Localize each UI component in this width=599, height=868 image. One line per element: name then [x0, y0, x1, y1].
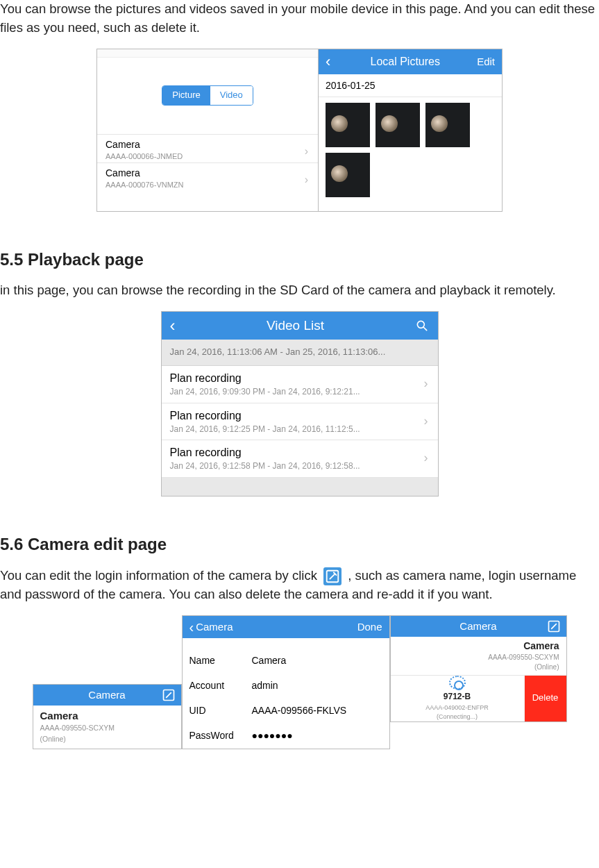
thumbnail-grid [319, 97, 502, 203]
status-bar [97, 49, 318, 58]
recording-title: Plan recording [170, 408, 430, 424]
name-field[interactable]: Camera [252, 653, 287, 667]
figure-local-pictures: Picture Video Camera AAAA-000066-JNMED ›… [0, 49, 599, 212]
nav-bar: ‹ Local Pictures Edit [319, 49, 502, 74]
back-button[interactable]: ‹ [326, 54, 333, 69]
chevron-right-icon: › [424, 449, 428, 467]
nav-bar: ‹ Video List [162, 312, 438, 340]
segmented-control-bar: Picture Video [97, 58, 318, 134]
camera-uid: AAAA-049002-ENFPR [425, 703, 489, 712]
camera-status: (Online) [40, 734, 174, 744]
camera-row[interactable]: Camera AAAA-099550-SCXYM (Online) [391, 637, 566, 676]
phone-camera-card: Camera Camera AAAA-099550-SCXYM (Online) [33, 684, 182, 749]
edit-icon [323, 567, 341, 585]
segment-video[interactable]: Video [210, 86, 253, 105]
camera-row-swiped[interactable]: 9712-B AAAA-049002-ENFPR (Connecting...)… [391, 676, 566, 721]
form-row-account[interactable]: Account admin [183, 673, 389, 698]
recording-time-range: Jan 24, 2016, 9:12:58 PM - Jan 24, 2016,… [170, 460, 430, 472]
recording-title: Plan recording [170, 444, 430, 460]
chevron-right-icon: › [305, 143, 308, 159]
camera-status: (Online) [398, 662, 559, 673]
text-camera-edit-page: You can edit the login information of th… [0, 567, 599, 604]
form-row-password[interactable]: PassWord ●●●●●●● [183, 723, 389, 748]
picture-thumbnail[interactable] [326, 103, 370, 147]
chevron-left-icon: ‹ [326, 54, 330, 69]
camera-row[interactable]: Camera AAAA-099550-SCXYM (Online) [33, 706, 181, 749]
back-button[interactable]: ‹ [170, 317, 176, 334]
field-label: Name [189, 653, 252, 667]
segment-picture[interactable]: Picture [162, 86, 210, 105]
phone-camera-edit-form: ‹ Camera Done Name Camera Account admin … [182, 615, 390, 749]
done-button[interactable]: Done [357, 619, 382, 635]
recording-row[interactable]: Plan recording Jan 24, 2016, 9:09:30 PM … [162, 366, 438, 403]
edit-icon[interactable] [547, 619, 561, 633]
back-button[interactable]: ‹ Camera [189, 619, 233, 635]
phone-picture-video-list: Picture Video Camera AAAA-000066-JNMED ›… [96, 49, 319, 212]
camera-name: Camera [398, 639, 559, 653]
recording-title: Plan recording [170, 370, 430, 386]
nav-bar: ‹ Camera Done [183, 616, 389, 638]
camera-name: 9712-B [444, 691, 471, 703]
camera-row[interactable]: Camera AAAA-000066-JNMED › [97, 134, 318, 162]
recording-time-range: Jan 24, 2016, 9:12:25 PM - Jan 24, 2016,… [170, 424, 430, 435]
page-title: Video List [267, 316, 324, 335]
search-icon[interactable] [415, 319, 429, 333]
field-label: Account [189, 678, 252, 692]
recording-row[interactable]: Plan recording Jan 24, 2016, 9:12:25 PM … [162, 403, 438, 441]
page-title: Local Pictures [370, 53, 440, 69]
intro-text: You can browse the pictures and videos s… [0, 0, 599, 37]
delete-button[interactable]: Delete [525, 676, 566, 721]
chevron-left-icon: ‹ [189, 620, 194, 634]
edit-icon[interactable] [162, 688, 176, 702]
camera-row[interactable]: Camera AAAA-000076-VNMZN › [97, 162, 318, 191]
camera-uid: AAAA-099550-SCXYM [398, 653, 559, 663]
camera-name: Camera [106, 137, 310, 151]
text-before-icon: You can edit the login information of th… [0, 568, 321, 583]
chevron-right-icon: › [424, 374, 428, 392]
date-header: 2016-01-25 [319, 74, 502, 97]
figure-camera-edit: Camera Camera AAAA-099550-SCXYM (Online)… [0, 615, 599, 749]
camera-uid: AAAA-099550-SCXYM [40, 723, 174, 733]
back-label: Camera [196, 619, 233, 635]
camera-name: Camera [40, 708, 174, 724]
password-field[interactable]: ●●●●●●● [252, 728, 293, 742]
svg-point-0 [418, 322, 425, 328]
camera-uid: AAAA-000076-VNMZN [106, 180, 310, 191]
phone-video-list: ‹ Video List Jan 24, 2016, 11:13:06 AM -… [161, 311, 439, 496]
recording-time-range: Jan 24, 2016, 9:09:30 PM - Jan 24, 2016,… [170, 386, 430, 398]
empty-space [162, 478, 438, 496]
camera-name: Camera [106, 166, 310, 180]
uid-field[interactable]: AAAA-099566-FKLVS [252, 703, 347, 717]
segmented-control[interactable]: Picture Video [162, 85, 253, 106]
picture-thumbnail[interactable] [376, 103, 420, 147]
nav-bar: Camera [391, 616, 566, 637]
page-title: Camera [459, 619, 496, 634]
figure-video-list: ‹ Video List Jan 24, 2016, 11:13:06 AM -… [0, 311, 599, 496]
chevron-right-icon: › [424, 412, 428, 430]
edit-button[interactable]: Edit [477, 54, 495, 69]
picture-thumbnail[interactable] [326, 153, 370, 197]
date-range-header: Jan 24, 2016, 11:13:06 AM - Jan 25, 2016… [162, 340, 438, 366]
recording-row[interactable]: Plan recording Jan 24, 2016, 9:12:58 PM … [162, 440, 438, 478]
camera-uid: AAAA-000066-JNMED [106, 151, 310, 162]
camera-row-content[interactable]: 9712-B AAAA-049002-ENFPR (Connecting...) [391, 676, 525, 721]
form-row-uid[interactable]: UID AAAA-099566-FKLVS [183, 698, 389, 723]
account-field[interactable]: admin [252, 678, 278, 692]
form-row-name[interactable]: Name Camera [183, 648, 389, 673]
heading-camera-edit-page: 5.6 Camera edit page [0, 533, 599, 557]
heading-playback-page: 5.5 Playback page [0, 248, 599, 272]
text-playback-page: in this page, you can browse the recordi… [0, 281, 599, 300]
gear-icon [449, 676, 466, 690]
phone-camera-card-swiped: Camera Camera AAAA-099550-SCXYM (Online)… [390, 615, 567, 722]
svg-line-1 [424, 328, 427, 331]
nav-bar: Camera [33, 685, 181, 706]
field-label: UID [189, 703, 252, 717]
chevron-right-icon: › [305, 172, 308, 187]
camera-status: (Connecting...) [437, 712, 478, 721]
picture-thumbnail[interactable] [425, 103, 470, 147]
phone-local-pictures: ‹ Local Pictures Edit 2016-01-25 [319, 49, 503, 212]
page-title: Camera [88, 687, 125, 703]
field-label: PassWord [189, 728, 252, 742]
